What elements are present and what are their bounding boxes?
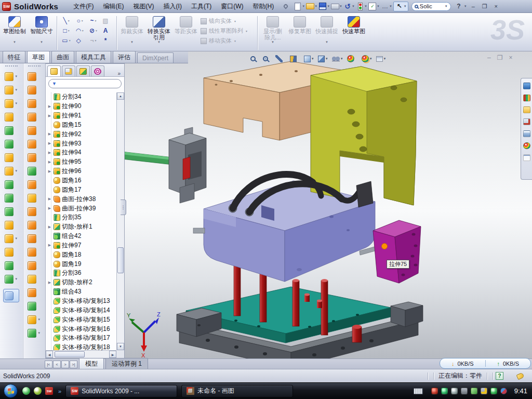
tree-row[interactable]: ▶ 拉伸91 — [46, 111, 116, 121]
heads-up-button[interactable]: ▼ — [275, 55, 286, 62]
tree-row[interactable]: ▶ 实体-移动/复制18 — [46, 343, 116, 350]
toolbar-button[interactable]: 智能尺寸 ▼ — [28, 15, 55, 45]
heads-up-button[interactable]: ▼ — [263, 56, 272, 61]
feature-tool-button[interactable]: ▼ — [5, 83, 18, 97]
feature-tool-button[interactable]: ▼ — [5, 232, 18, 245]
toolbar-button[interactable]: 快速捕捉 ▼ — [313, 15, 340, 45]
start-button[interactable] — [4, 384, 18, 398]
tray-icon[interactable] — [481, 388, 487, 394]
taskbar-task-button[interactable]: SW SolidWorks 2009 - ... — [65, 385, 177, 397]
expand-arrow-icon[interactable]: ▶ — [47, 160, 52, 164]
keyboard-layout-icon[interactable] — [414, 388, 423, 394]
standard-toolbar-icon[interactable] — [380, 2, 390, 11]
feature-tool-button[interactable]: ▼ — [5, 151, 18, 164]
tree-row[interactable]: ▶ 圆角18 — [46, 250, 116, 259]
surface-tool-button[interactable]: ▼ — [28, 272, 41, 286]
dropdown-caret-icon[interactable]: ▼ — [325, 41, 328, 44]
toolbar-button[interactable]: 转换实体引用 ▼ — [145, 15, 172, 45]
dropdown-caret-icon[interactable]: ▼ — [15, 102, 18, 105]
feature-tool-button[interactable]: ▼ — [5, 178, 18, 191]
expand-arrow-icon[interactable]: ▶ — [47, 151, 52, 155]
toolbar-button[interactable]: 显示/删除几... ▼ — [259, 15, 286, 45]
sketch-entity-button[interactable]: ○ ▼ — [73, 16, 87, 25]
tag-icon[interactable] — [516, 372, 524, 380]
toolbar-drag-handle[interactable] — [28, 65, 41, 68]
purple-core-block[interactable] — [193, 181, 377, 282]
tray-icon[interactable] — [461, 388, 468, 394]
panel-tab[interactable] — [91, 65, 104, 76]
surface-tool-button[interactable]: ▼ — [28, 232, 41, 245]
surface-tool-button[interactable]: ▼ — [28, 83, 41, 97]
window-minimize-button[interactable]: – — [468, 2, 478, 10]
sketch-entity-button[interactable]: A ▼ — [100, 25, 114, 35]
surface-tool-button[interactable]: ▼ — [28, 97, 41, 110]
feature-tool-button[interactable]: ▼ — [5, 245, 18, 259]
tray-icon[interactable] — [490, 388, 497, 394]
surface-tool-button[interactable]: ▼ — [28, 245, 41, 259]
menu-item[interactable]: 视图(V) — [129, 1, 159, 12]
heads-up-button[interactable]: ▼ — [290, 56, 300, 62]
scroll-down-arrow[interactable]: ▼ — [117, 343, 124, 350]
surface-tool-button[interactable]: ▼ — [28, 326, 41, 340]
tree-row[interactable]: ▶ 拉伸93 — [46, 139, 116, 148]
expand-arrow-icon[interactable]: ▶ — [47, 225, 52, 229]
dropdown-caret-icon[interactable]: ▼ — [68, 29, 70, 32]
task-pane-tab[interactable] — [523, 130, 530, 137]
heads-up-button[interactable]: ▼ — [332, 57, 343, 61]
toolbar-stack-button[interactable]: 镜向实体 ▼ — [201, 17, 255, 25]
search-box[interactable]: Solic ▼ — [411, 2, 451, 11]
quick-launch-chevron[interactable]: » — [58, 388, 61, 394]
surface-tool-button[interactable]: ▼ — [28, 70, 41, 83]
tree-row[interactable]: ▶ 曲面-拉伸39 — [46, 204, 116, 213]
menu-item[interactable]: 文件(F) — [69, 1, 98, 12]
tree-row[interactable]: ▶ 组合43 — [46, 287, 116, 297]
standard-toolbar-icon[interactable] — [293, 2, 302, 11]
window-close-button[interactable]: × — [491, 2, 501, 10]
surface-tool-button[interactable]: ▼ — [28, 299, 41, 313]
dropdown-caret-icon[interactable]: ▼ — [245, 30, 248, 33]
toolbar-drag-handle[interactable] — [5, 65, 18, 68]
tray-icon[interactable] — [431, 388, 438, 394]
expand-arrow-icon[interactable]: ▶ — [47, 197, 52, 201]
expand-arrow-icon[interactable]: ▶ — [47, 206, 52, 210]
task-pane-tab[interactable] — [523, 95, 530, 101]
standard-toolbar-icon[interactable] — [368, 2, 377, 11]
solidworks-launcher-icon[interactable]: SW — [45, 387, 53, 395]
tree-row[interactable]: ▶ 分割36 — [46, 269, 116, 278]
help-button[interactable] — [454, 2, 463, 11]
tray-icon[interactable] — [500, 388, 507, 394]
dropdown-caret-icon[interactable]: ▼ — [325, 57, 328, 60]
media-player-icon[interactable] — [34, 387, 42, 395]
taskbar-task-button[interactable]: 未命名 - 画图 — [181, 385, 293, 397]
feature-tool-button[interactable]: ▼ — [5, 110, 18, 124]
expand-arrow-icon[interactable]: ▶ — [47, 243, 52, 247]
sketch-entity-button[interactable]: □ ▼ — [60, 25, 73, 35]
taskbar-clock[interactable]: 9:41 — [514, 387, 527, 395]
standard-toolbar-icon[interactable] — [318, 2, 327, 11]
tree-row[interactable]: ▶ 圆角16 — [46, 176, 116, 185]
surface-tool-button[interactable]: ▼ — [28, 137, 41, 151]
tree-row[interactable]: ▶ 实体-移动/复制17 — [46, 334, 116, 343]
toolbar-button[interactable]: 等距实体 ▼ — [172, 15, 200, 45]
feature-tool-button[interactable]: ▼ — [5, 70, 18, 83]
dropdown-caret-icon[interactable]: ▼ — [15, 277, 18, 281]
tab-nav-button[interactable]: < — [53, 361, 61, 368]
panel-tab[interactable] — [47, 65, 61, 76]
tree-row[interactable]: ▶ 实体-移动/复制14 — [46, 305, 116, 315]
document-tab[interactable]: 模型 — [79, 358, 104, 369]
doc-restore-button[interactable]: ❐ — [497, 54, 503, 61]
dropdown-caret-icon[interactable]: ▼ — [369, 57, 373, 60]
surface-tool-button[interactable]: ▼ — [28, 286, 41, 299]
command-tab[interactable]: 草图 — [27, 51, 50, 63]
sketch-entity-button[interactable]: ◇ ▼ — [73, 35, 87, 45]
heads-up-button[interactable]: ▼ — [304, 56, 314, 62]
toolbar-button[interactable]: 修复草图 ▼ — [286, 15, 313, 45]
dropdown-caret-icon[interactable]: ▼ — [81, 19, 84, 22]
pin-icon[interactable] — [283, 3, 289, 9]
heads-up-button[interactable]: ▼ — [376, 56, 387, 62]
sketch-entity-button[interactable]: * ▼ — [100, 35, 114, 45]
task-pane-tab[interactable] — [523, 107, 530, 113]
dropdown-caret-icon[interactable]: ▼ — [37, 331, 41, 335]
dropdown-caret-icon[interactable]: ▼ — [40, 41, 43, 44]
tab-nav-button[interactable]: |< — [45, 361, 52, 368]
